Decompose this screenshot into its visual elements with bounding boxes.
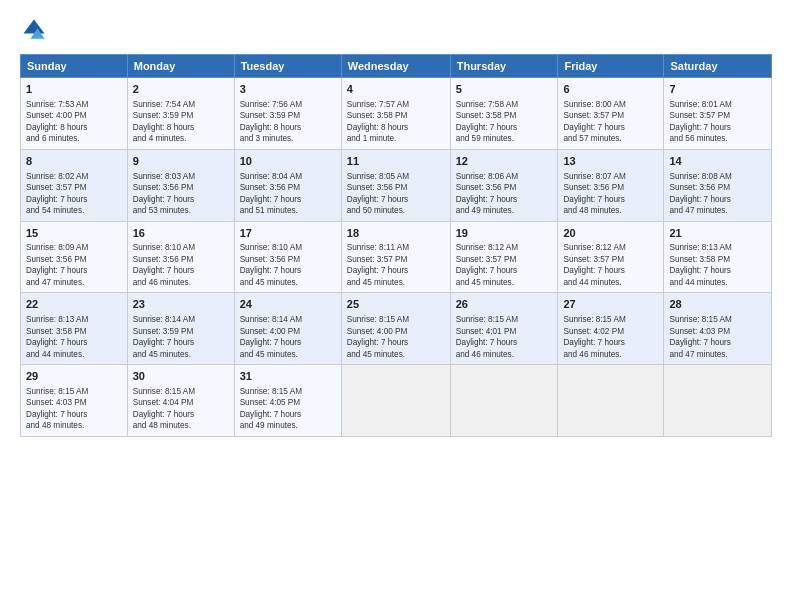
day-number: 29 [26,369,122,384]
calendar-cell [664,365,772,437]
day-info: Sunrise: 8:15 AM Sunset: 4:01 PM Dayligh… [456,314,553,360]
day-number: 15 [26,226,122,241]
day-info: Sunrise: 8:06 AM Sunset: 3:56 PM Dayligh… [456,171,553,217]
day-number: 3 [240,82,336,97]
calendar-cell: 16Sunrise: 8:10 AM Sunset: 3:56 PM Dayli… [127,221,234,293]
calendar-cell [341,365,450,437]
calendar-cell: 9Sunrise: 8:03 AM Sunset: 3:56 PM Daylig… [127,149,234,221]
calendar-day-header: Monday [127,55,234,78]
day-info: Sunrise: 8:15 AM Sunset: 4:05 PM Dayligh… [240,386,336,432]
day-info: Sunrise: 7:56 AM Sunset: 3:59 PM Dayligh… [240,99,336,145]
calendar-day-header: Tuesday [234,55,341,78]
day-info: Sunrise: 8:04 AM Sunset: 3:56 PM Dayligh… [240,171,336,217]
day-number: 17 [240,226,336,241]
calendar-cell: 19Sunrise: 8:12 AM Sunset: 3:57 PM Dayli… [450,221,558,293]
calendar-cell: 7Sunrise: 8:01 AM Sunset: 3:57 PM Daylig… [664,78,772,150]
calendar-week-row: 8Sunrise: 8:02 AM Sunset: 3:57 PM Daylig… [21,149,772,221]
calendar-cell: 26Sunrise: 8:15 AM Sunset: 4:01 PM Dayli… [450,293,558,365]
day-number: 24 [240,297,336,312]
day-number: 25 [347,297,445,312]
calendar-cell: 6Sunrise: 8:00 AM Sunset: 3:57 PM Daylig… [558,78,664,150]
day-info: Sunrise: 8:00 AM Sunset: 3:57 PM Dayligh… [563,99,658,145]
day-info: Sunrise: 8:12 AM Sunset: 3:57 PM Dayligh… [563,242,658,288]
calendar-cell: 4Sunrise: 7:57 AM Sunset: 3:58 PM Daylig… [341,78,450,150]
day-number: 27 [563,297,658,312]
calendar-cell: 27Sunrise: 8:15 AM Sunset: 4:02 PM Dayli… [558,293,664,365]
calendar-day-header: Friday [558,55,664,78]
calendar-cell: 14Sunrise: 8:08 AM Sunset: 3:56 PM Dayli… [664,149,772,221]
day-info: Sunrise: 8:10 AM Sunset: 3:56 PM Dayligh… [133,242,229,288]
day-number: 21 [669,226,766,241]
calendar-cell: 3Sunrise: 7:56 AM Sunset: 3:59 PM Daylig… [234,78,341,150]
calendar-cell: 1Sunrise: 7:53 AM Sunset: 4:00 PM Daylig… [21,78,128,150]
calendar-cell: 29Sunrise: 8:15 AM Sunset: 4:03 PM Dayli… [21,365,128,437]
day-number: 14 [669,154,766,169]
calendar-cell: 24Sunrise: 8:14 AM Sunset: 4:00 PM Dayli… [234,293,341,365]
calendar-cell [558,365,664,437]
calendar-week-row: 22Sunrise: 8:13 AM Sunset: 3:58 PM Dayli… [21,293,772,365]
day-info: Sunrise: 7:53 AM Sunset: 4:00 PM Dayligh… [26,99,122,145]
day-number: 5 [456,82,553,97]
day-number: 4 [347,82,445,97]
calendar-week-row: 29Sunrise: 8:15 AM Sunset: 4:03 PM Dayli… [21,365,772,437]
header [20,16,772,44]
day-info: Sunrise: 7:57 AM Sunset: 3:58 PM Dayligh… [347,99,445,145]
calendar-day-header: Thursday [450,55,558,78]
calendar-cell: 17Sunrise: 8:10 AM Sunset: 3:56 PM Dayli… [234,221,341,293]
day-info: Sunrise: 8:09 AM Sunset: 3:56 PM Dayligh… [26,242,122,288]
calendar-day-header: Sunday [21,55,128,78]
calendar-cell: 28Sunrise: 8:15 AM Sunset: 4:03 PM Dayli… [664,293,772,365]
day-number: 7 [669,82,766,97]
calendar-cell: 22Sunrise: 8:13 AM Sunset: 3:58 PM Dayli… [21,293,128,365]
calendar-cell [450,365,558,437]
day-number: 16 [133,226,229,241]
day-info: Sunrise: 8:15 AM Sunset: 4:02 PM Dayligh… [563,314,658,360]
calendar-cell: 18Sunrise: 8:11 AM Sunset: 3:57 PM Dayli… [341,221,450,293]
calendar-table: SundayMondayTuesdayWednesdayThursdayFrid… [20,54,772,437]
day-info: Sunrise: 8:03 AM Sunset: 3:56 PM Dayligh… [133,171,229,217]
calendar-cell: 31Sunrise: 8:15 AM Sunset: 4:05 PM Dayli… [234,365,341,437]
day-info: Sunrise: 8:15 AM Sunset: 4:00 PM Dayligh… [347,314,445,360]
day-number: 30 [133,369,229,384]
calendar-week-row: 1Sunrise: 7:53 AM Sunset: 4:00 PM Daylig… [21,78,772,150]
day-number: 31 [240,369,336,384]
calendar-cell: 11Sunrise: 8:05 AM Sunset: 3:56 PM Dayli… [341,149,450,221]
day-info: Sunrise: 8:10 AM Sunset: 3:56 PM Dayligh… [240,242,336,288]
day-info: Sunrise: 8:12 AM Sunset: 3:57 PM Dayligh… [456,242,553,288]
calendar-cell: 5Sunrise: 7:58 AM Sunset: 3:58 PM Daylig… [450,78,558,150]
calendar-cell: 8Sunrise: 8:02 AM Sunset: 3:57 PM Daylig… [21,149,128,221]
logo [20,16,52,44]
day-info: Sunrise: 7:54 AM Sunset: 3:59 PM Dayligh… [133,99,229,145]
day-number: 22 [26,297,122,312]
day-info: Sunrise: 8:05 AM Sunset: 3:56 PM Dayligh… [347,171,445,217]
day-info: Sunrise: 8:14 AM Sunset: 3:59 PM Dayligh… [133,314,229,360]
day-number: 23 [133,297,229,312]
day-info: Sunrise: 8:13 AM Sunset: 3:58 PM Dayligh… [669,242,766,288]
day-info: Sunrise: 8:15 AM Sunset: 4:03 PM Dayligh… [669,314,766,360]
calendar-day-header: Wednesday [341,55,450,78]
calendar-week-row: 15Sunrise: 8:09 AM Sunset: 3:56 PM Dayli… [21,221,772,293]
day-info: Sunrise: 8:01 AM Sunset: 3:57 PM Dayligh… [669,99,766,145]
day-number: 18 [347,226,445,241]
day-info: Sunrise: 8:15 AM Sunset: 4:04 PM Dayligh… [133,386,229,432]
calendar-cell: 23Sunrise: 8:14 AM Sunset: 3:59 PM Dayli… [127,293,234,365]
calendar-cell: 13Sunrise: 8:07 AM Sunset: 3:56 PM Dayli… [558,149,664,221]
day-info: Sunrise: 8:15 AM Sunset: 4:03 PM Dayligh… [26,386,122,432]
calendar-cell: 15Sunrise: 8:09 AM Sunset: 3:56 PM Dayli… [21,221,128,293]
calendar-header-row: SundayMondayTuesdayWednesdayThursdayFrid… [21,55,772,78]
calendar-day-header: Saturday [664,55,772,78]
day-number: 10 [240,154,336,169]
calendar-cell: 10Sunrise: 8:04 AM Sunset: 3:56 PM Dayli… [234,149,341,221]
page: SundayMondayTuesdayWednesdayThursdayFrid… [0,0,792,612]
day-info: Sunrise: 7:58 AM Sunset: 3:58 PM Dayligh… [456,99,553,145]
day-info: Sunrise: 8:02 AM Sunset: 3:57 PM Dayligh… [26,171,122,217]
day-number: 1 [26,82,122,97]
day-info: Sunrise: 8:08 AM Sunset: 3:56 PM Dayligh… [669,171,766,217]
day-number: 9 [133,154,229,169]
day-number: 11 [347,154,445,169]
calendar-cell: 30Sunrise: 8:15 AM Sunset: 4:04 PM Dayli… [127,365,234,437]
calendar-cell: 20Sunrise: 8:12 AM Sunset: 3:57 PM Dayli… [558,221,664,293]
day-info: Sunrise: 8:11 AM Sunset: 3:57 PM Dayligh… [347,242,445,288]
logo-icon [20,16,48,44]
day-number: 13 [563,154,658,169]
